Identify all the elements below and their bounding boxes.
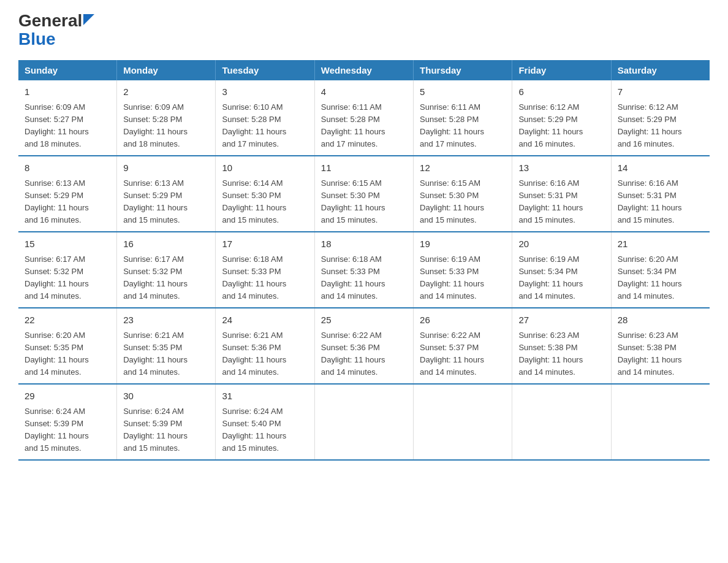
col-header-wednesday: Wednesday: [314, 60, 413, 80]
day-info: Sunrise: 6:12 AMSunset: 5:29 PMDaylight:…: [618, 101, 703, 151]
calendar-cell: 31Sunrise: 6:24 AMSunset: 5:40 PMDayligh…: [216, 384, 314, 460]
day-number: 30: [123, 389, 209, 404]
day-number: 6: [518, 85, 604, 99]
calendar-cell: 4Sunrise: 6:11 AMSunset: 5:28 PMDaylight…: [314, 80, 413, 156]
svg-marker-0: [83, 14, 94, 25]
day-number: 26: [420, 313, 506, 327]
day-number: 19: [420, 237, 506, 251]
day-info: Sunrise: 6:18 AMSunset: 5:33 PMDaylight:…: [321, 253, 407, 303]
col-header-friday: Friday: [512, 60, 611, 80]
day-number: 24: [222, 313, 308, 327]
day-number: 12: [420, 161, 506, 175]
day-info: Sunrise: 6:23 AMSunset: 5:38 PMDaylight:…: [618, 329, 703, 379]
calendar-week-row: 22Sunrise: 6:20 AMSunset: 5:35 PMDayligh…: [18, 308, 710, 384]
day-info: Sunrise: 6:12 AMSunset: 5:29 PMDaylight:…: [518, 101, 604, 151]
day-info: Sunrise: 6:09 AMSunset: 5:28 PMDaylight:…: [123, 101, 209, 151]
col-header-sunday: Sunday: [18, 60, 117, 80]
day-number: 9: [123, 161, 209, 175]
day-info: Sunrise: 6:19 AMSunset: 5:33 PMDaylight:…: [420, 253, 506, 303]
logo-blue: Blue: [18, 29, 56, 48]
day-info: Sunrise: 6:15 AMSunset: 5:30 PMDaylight:…: [321, 177, 407, 227]
col-header-monday: Monday: [117, 60, 216, 80]
day-info: Sunrise: 6:23 AMSunset: 5:38 PMDaylight:…: [518, 329, 604, 379]
calendar-cell: 23Sunrise: 6:21 AMSunset: 5:35 PMDayligh…: [117, 308, 216, 384]
logo-general: General: [18, 12, 82, 29]
day-info: Sunrise: 6:13 AMSunset: 5:29 PMDaylight:…: [25, 177, 110, 227]
calendar-week-row: 8Sunrise: 6:13 AMSunset: 5:29 PMDaylight…: [18, 156, 710, 232]
day-number: 13: [518, 161, 604, 175]
calendar-cell: 6Sunrise: 6:12 AMSunset: 5:29 PMDaylight…: [512, 80, 611, 156]
day-number: 14: [618, 161, 703, 175]
calendar-cell: 26Sunrise: 6:22 AMSunset: 5:37 PMDayligh…: [414, 308, 512, 384]
day-number: 11: [321, 161, 407, 175]
calendar-cell: [611, 384, 710, 460]
calendar-cell: 24Sunrise: 6:21 AMSunset: 5:36 PMDayligh…: [216, 308, 314, 384]
calendar-cell: 9Sunrise: 6:13 AMSunset: 5:29 PMDaylight…: [117, 156, 216, 232]
logo-arrow-icon: [83, 14, 94, 25]
calendar-week-row: 15Sunrise: 6:17 AMSunset: 5:32 PMDayligh…: [18, 232, 710, 308]
calendar-cell: 25Sunrise: 6:22 AMSunset: 5:36 PMDayligh…: [314, 308, 413, 384]
calendar-cell: 11Sunrise: 6:15 AMSunset: 5:30 PMDayligh…: [314, 156, 413, 232]
day-number: 1: [25, 85, 110, 99]
calendar-cell: 3Sunrise: 6:10 AMSunset: 5:28 PMDaylight…: [216, 80, 314, 156]
calendar-cell: [314, 384, 413, 460]
calendar-cell: 19Sunrise: 6:19 AMSunset: 5:33 PMDayligh…: [414, 232, 512, 308]
calendar-cell: 28Sunrise: 6:23 AMSunset: 5:38 PMDayligh…: [611, 308, 710, 384]
day-number: 20: [518, 237, 604, 251]
day-number: 22: [25, 313, 110, 327]
day-number: 23: [123, 313, 209, 327]
day-info: Sunrise: 6:19 AMSunset: 5:34 PMDaylight:…: [518, 253, 604, 303]
calendar-cell: 1Sunrise: 6:09 AMSunset: 5:27 PMDaylight…: [18, 80, 117, 156]
calendar-cell: 29Sunrise: 6:24 AMSunset: 5:39 PMDayligh…: [18, 384, 117, 460]
col-header-tuesday: Tuesday: [216, 60, 314, 80]
calendar-cell: 27Sunrise: 6:23 AMSunset: 5:38 PMDayligh…: [512, 308, 611, 384]
day-info: Sunrise: 6:14 AMSunset: 5:30 PMDaylight:…: [222, 177, 308, 227]
calendar-cell: [414, 384, 512, 460]
day-info: Sunrise: 6:24 AMSunset: 5:40 PMDaylight:…: [222, 405, 308, 455]
calendar-cell: 18Sunrise: 6:18 AMSunset: 5:33 PMDayligh…: [314, 232, 413, 308]
calendar-cell: [512, 384, 611, 460]
day-number: 10: [222, 161, 308, 175]
day-number: 5: [420, 85, 506, 99]
calendar-cell: 14Sunrise: 6:16 AMSunset: 5:31 PMDayligh…: [611, 156, 710, 232]
day-info: Sunrise: 6:21 AMSunset: 5:35 PMDaylight:…: [123, 329, 209, 379]
day-number: 17: [222, 237, 308, 251]
calendar-cell: 13Sunrise: 6:16 AMSunset: 5:31 PMDayligh…: [512, 156, 611, 232]
calendar-cell: 22Sunrise: 6:20 AMSunset: 5:35 PMDayligh…: [18, 308, 117, 384]
col-header-thursday: Thursday: [414, 60, 512, 80]
day-number: 3: [222, 85, 308, 99]
day-info: Sunrise: 6:10 AMSunset: 5:28 PMDaylight:…: [222, 101, 308, 151]
calendar-cell: 5Sunrise: 6:11 AMSunset: 5:28 PMDaylight…: [414, 80, 512, 156]
day-number: 29: [25, 389, 110, 404]
day-info: Sunrise: 6:16 AMSunset: 5:31 PMDaylight:…: [618, 177, 703, 227]
calendar-cell: 7Sunrise: 6:12 AMSunset: 5:29 PMDaylight…: [611, 80, 710, 156]
calendar-cell: 30Sunrise: 6:24 AMSunset: 5:39 PMDayligh…: [117, 384, 216, 460]
calendar-header-row: SundayMondayTuesdayWednesdayThursdayFrid…: [18, 60, 710, 80]
day-number: 28: [618, 313, 703, 327]
day-number: 31: [222, 389, 308, 404]
day-info: Sunrise: 6:24 AMSunset: 5:39 PMDaylight:…: [25, 405, 110, 455]
day-info: Sunrise: 6:22 AMSunset: 5:36 PMDaylight:…: [321, 329, 407, 379]
day-number: 18: [321, 237, 407, 251]
day-number: 15: [25, 237, 110, 251]
day-info: Sunrise: 6:15 AMSunset: 5:30 PMDaylight:…: [420, 177, 506, 227]
calendar-cell: 16Sunrise: 6:17 AMSunset: 5:32 PMDayligh…: [117, 232, 216, 308]
day-info: Sunrise: 6:21 AMSunset: 5:36 PMDaylight:…: [222, 329, 308, 379]
day-number: 2: [123, 85, 209, 99]
day-number: 27: [518, 313, 604, 327]
day-number: 21: [618, 237, 703, 251]
col-header-saturday: Saturday: [611, 60, 710, 80]
day-info: Sunrise: 6:24 AMSunset: 5:39 PMDaylight:…: [123, 405, 209, 455]
day-info: Sunrise: 6:18 AMSunset: 5:33 PMDaylight:…: [222, 253, 308, 303]
calendar-cell: 15Sunrise: 6:17 AMSunset: 5:32 PMDayligh…: [18, 232, 117, 308]
calendar-cell: 21Sunrise: 6:20 AMSunset: 5:34 PMDayligh…: [611, 232, 710, 308]
day-info: Sunrise: 6:22 AMSunset: 5:37 PMDaylight:…: [420, 329, 506, 379]
day-info: Sunrise: 6:09 AMSunset: 5:27 PMDaylight:…: [25, 101, 110, 151]
day-info: Sunrise: 6:11 AMSunset: 5:28 PMDaylight:…: [420, 101, 506, 151]
calendar-cell: 2Sunrise: 6:09 AMSunset: 5:28 PMDaylight…: [117, 80, 216, 156]
day-info: Sunrise: 6:17 AMSunset: 5:32 PMDaylight:…: [25, 253, 110, 303]
day-number: 16: [123, 237, 209, 251]
page-header: General Blue: [18, 12, 710, 49]
calendar-cell: 8Sunrise: 6:13 AMSunset: 5:29 PMDaylight…: [18, 156, 117, 232]
day-info: Sunrise: 6:16 AMSunset: 5:31 PMDaylight:…: [518, 177, 604, 227]
